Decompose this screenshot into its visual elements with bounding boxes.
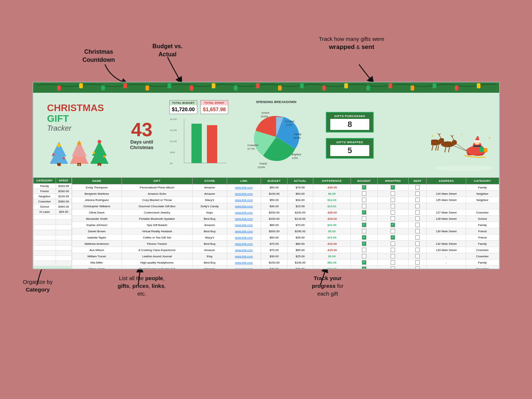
checkbox[interactable] [362,266,366,269]
category-row-empty [34,251,72,256]
annotation-christmas-countdown: Christmas Countdown [73,48,124,64]
table-row: Mia MillerHigh-quality HeadphonesBest Bu… [72,259,499,266]
checkbox[interactable] [391,266,395,269]
category-row: Family$329.99 [34,184,72,189]
checkbox[interactable] [362,191,366,196]
svg-text:$2,000: $2,000 [170,118,177,120]
checkbox[interactable] [415,216,420,221]
checkbox[interactable] [362,260,366,265]
checkbox[interactable] [391,210,395,215]
checkbox[interactable] [391,229,395,233]
checkbox[interactable] [391,204,395,208]
checkbox[interactable] [415,266,420,269]
col-header-spent-left: SPENT [56,178,71,184]
checkbox[interactable] [362,216,366,221]
checkbox[interactable] [415,223,420,227]
bar-chart: $2,000 $1,500 $1,000 $500 $0 [169,117,228,165]
col-header-gift: GIFT [121,178,193,184]
svg-text:19.9%: 19.9% [293,137,301,139]
svg-line-93 [454,142,468,152]
annotation-budget-vs-actual: Budget vs. Actual [144,42,191,59]
gift-link[interactable]: www.link.com [235,261,253,264]
svg-rect-11 [300,83,304,88]
checkbox[interactable] [362,223,366,227]
checkbox[interactable] [362,229,366,233]
checkbox[interactable] [415,204,420,208]
checkbox[interactable] [362,210,366,215]
svg-point-36 [103,155,105,158]
checkbox[interactable] [391,223,395,227]
checkbox[interactable] [391,198,395,202]
checkbox[interactable] [415,260,420,265]
gift-link[interactable]: www.link.com [235,236,253,239]
checkbox[interactable] [362,185,366,190]
svg-text:School: School [261,112,269,114]
checkbox[interactable] [362,198,366,202]
col-header-address: ADDRESS [427,178,466,184]
gift-link[interactable]: www.link.com [235,192,253,195]
gift-link[interactable]: www.link.com [235,248,253,252]
gift-link[interactable]: www.link.com [235,267,253,270]
svg-line-83 [438,133,439,135]
col-header-wrapped: WRAPPED [377,178,408,184]
svg-text:0.6%: 0.6% [292,157,298,159]
gift-link[interactable]: www.link.com [235,255,253,258]
svg-line-80 [436,145,437,151]
checkbox[interactable] [391,185,395,190]
svg-rect-2 [101,85,105,91]
svg-point-38 [56,165,58,166]
gift-link[interactable]: www.link.com [235,211,253,214]
checkbox[interactable] [391,260,395,265]
checkbox[interactable] [415,229,420,233]
checkbox[interactable] [415,210,420,215]
christmas-title: CHRISTMAS GIFT Tracker [47,103,104,132]
svg-text:27.7%: 27.7% [247,148,255,150]
checkbox[interactable] [362,235,366,240]
checkbox[interactable] [391,254,395,258]
gift-link[interactable]: www.link.com [235,198,253,202]
gift-link[interactable]: www.link.com [235,230,253,233]
svg-text:$500: $500 [170,151,175,153]
col-header-store: STORE [193,178,227,184]
svg-rect-1 [79,83,83,88]
category-row-empty [34,230,72,235]
category-row-empty [34,220,72,225]
svg-rect-15 [388,83,392,88]
checkbox[interactable] [415,254,420,258]
svg-point-39 [67,164,69,165]
svg-rect-101 [484,148,487,152]
checkbox[interactable] [415,198,420,202]
gift-link[interactable]: www.link.com [235,186,253,189]
table-row: Jessica RodriguezCozy Blanket or ThrowMa… [72,197,499,203]
gift-link[interactable]: www.link.com [235,217,253,220]
checkbox[interactable] [391,241,395,246]
gift-link[interactable]: www.link.com [235,242,253,246]
svg-rect-10 [278,85,282,91]
checkbox[interactable] [391,235,395,240]
svg-text:Family: Family [294,133,302,136]
svg-marker-96 [475,135,480,141]
checkbox[interactable] [415,235,420,240]
col-header-category: CATEGORY [466,178,499,184]
svg-text:Coworker: Coworker [247,144,259,146]
checkbox[interactable] [415,241,420,246]
checkbox[interactable] [391,216,395,221]
svg-text:$1,500: $1,500 [170,129,177,131]
checkbox[interactable] [362,254,366,258]
checkbox[interactable] [391,191,395,196]
checkbox[interactable] [415,185,420,190]
checkbox[interactable] [391,248,395,252]
checkbox[interactable] [362,241,366,246]
table-row: William TurnerLeather-bound JournalEtsyw… [72,253,499,259]
checkbox[interactable] [362,204,366,208]
christmas-lights [37,82,496,93]
checkbox[interactable] [415,248,420,252]
gift-link[interactable]: www.link.com [235,223,253,227]
table-row: Emily ThompsonPersonalized Photo AlbumAm… [72,184,499,191]
svg-text:Friend: Friend [260,162,267,165]
svg-point-25 [52,153,54,156]
budget-area: TOTAL BUDGET $1,720.00 TOTAL SPENT $1,65… [166,93,232,177]
checkbox[interactable] [415,191,420,196]
checkbox[interactable] [362,248,366,252]
gift-link[interactable]: www.link.com [235,205,253,208]
